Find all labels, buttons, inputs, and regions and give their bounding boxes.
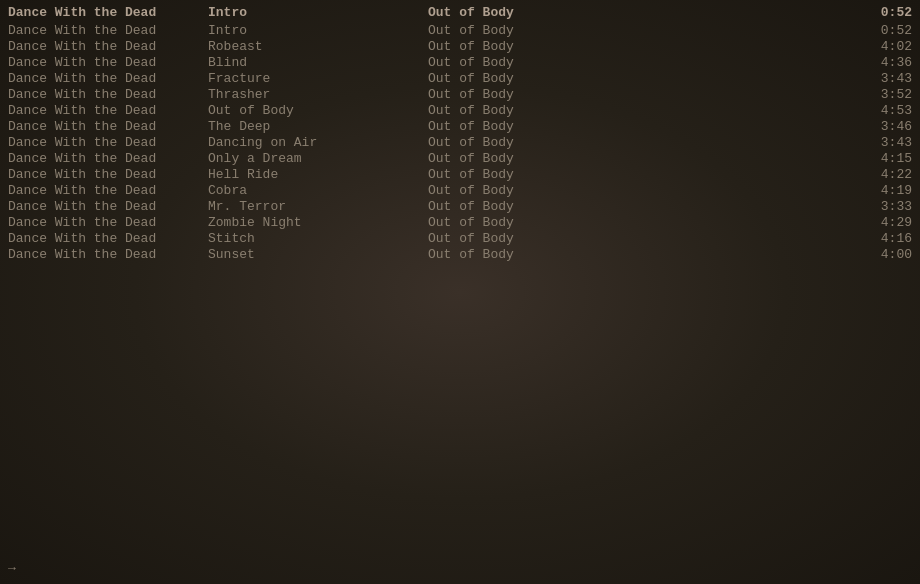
track-title: Stitch <box>208 231 428 246</box>
track-album: Out of Body <box>428 167 852 182</box>
track-title: Out of Body <box>208 103 428 118</box>
track-album: Out of Body <box>428 23 852 38</box>
track-artist: Dance With the Dead <box>8 71 208 86</box>
track-row[interactable]: Dance With the DeadThrasherOut of Body3:… <box>0 86 920 102</box>
track-duration: 0:52 <box>852 23 912 38</box>
track-duration: 4:02 <box>852 39 912 54</box>
track-album: Out of Body <box>428 39 852 54</box>
track-album: Out of Body <box>428 215 852 230</box>
track-duration: 4:15 <box>852 151 912 166</box>
track-duration: 4:36 <box>852 55 912 70</box>
track-artist: Dance With the Dead <box>8 215 208 230</box>
track-title: Intro <box>208 23 428 38</box>
track-title: Cobra <box>208 183 428 198</box>
track-album: Out of Body <box>428 71 852 86</box>
track-title: Mr. Terror <box>208 199 428 214</box>
track-title: Only a Dream <box>208 151 428 166</box>
header-artist: Dance With the Dead <box>8 5 208 20</box>
header-album: Out of Body <box>428 5 852 20</box>
track-list: Dance With the Dead Intro Out of Body 0:… <box>0 0 920 266</box>
track-title: The Deep <box>208 119 428 134</box>
track-row[interactable]: Dance With the DeadSunsetOut of Body4:00 <box>0 246 920 262</box>
track-artist: Dance With the Dead <box>8 55 208 70</box>
track-duration: 3:43 <box>852 135 912 150</box>
track-row[interactable]: Dance With the DeadHell RideOut of Body4… <box>0 166 920 182</box>
track-title: Dancing on Air <box>208 135 428 150</box>
track-artist: Dance With the Dead <box>8 151 208 166</box>
track-album: Out of Body <box>428 119 852 134</box>
track-duration: 4:29 <box>852 215 912 230</box>
track-artist: Dance With the Dead <box>8 39 208 54</box>
track-title: Zombie Night <box>208 215 428 230</box>
track-duration: 4:53 <box>852 103 912 118</box>
track-row[interactable]: Dance With the DeadRobeastOut of Body4:0… <box>0 38 920 54</box>
track-album: Out of Body <box>428 87 852 102</box>
track-row[interactable]: Dance With the DeadFractureOut of Body3:… <box>0 70 920 86</box>
arrow-indicator: → <box>8 561 16 576</box>
track-album: Out of Body <box>428 151 852 166</box>
track-list-header: Dance With the Dead Intro Out of Body 0:… <box>0 4 920 20</box>
track-artist: Dance With the Dead <box>8 247 208 262</box>
track-artist: Dance With the Dead <box>8 199 208 214</box>
header-title: Intro <box>208 5 428 20</box>
track-artist: Dance With the Dead <box>8 119 208 134</box>
track-duration: 3:52 <box>852 87 912 102</box>
track-row[interactable]: Dance With the DeadDancing on AirOut of … <box>0 134 920 150</box>
track-row[interactable]: Dance With the DeadOnly a DreamOut of Bo… <box>0 150 920 166</box>
track-duration: 4:00 <box>852 247 912 262</box>
track-artist: Dance With the Dead <box>8 183 208 198</box>
track-row[interactable]: Dance With the DeadIntroOut of Body0:52 <box>0 22 920 38</box>
track-album: Out of Body <box>428 199 852 214</box>
track-artist: Dance With the Dead <box>8 103 208 118</box>
track-row[interactable]: Dance With the DeadCobraOut of Body4:19 <box>0 182 920 198</box>
track-title: Blind <box>208 55 428 70</box>
track-duration: 4:22 <box>852 167 912 182</box>
track-title: Hell Ride <box>208 167 428 182</box>
track-row[interactable]: Dance With the DeadThe DeepOut of Body3:… <box>0 118 920 134</box>
track-album: Out of Body <box>428 247 852 262</box>
track-row[interactable]: Dance With the DeadMr. TerrorOut of Body… <box>0 198 920 214</box>
track-album: Out of Body <box>428 103 852 118</box>
track-row[interactable]: Dance With the DeadStitchOut of Body4:16 <box>0 230 920 246</box>
track-artist: Dance With the Dead <box>8 135 208 150</box>
track-artist: Dance With the Dead <box>8 87 208 102</box>
track-duration: 4:19 <box>852 183 912 198</box>
track-row[interactable]: Dance With the DeadBlindOut of Body4:36 <box>0 54 920 70</box>
track-title: Thrasher <box>208 87 428 102</box>
track-artist: Dance With the Dead <box>8 231 208 246</box>
track-duration: 3:46 <box>852 119 912 134</box>
track-album: Out of Body <box>428 135 852 150</box>
track-artist: Dance With the Dead <box>8 23 208 38</box>
track-title: Fracture <box>208 71 428 86</box>
track-duration: 3:43 <box>852 71 912 86</box>
track-row[interactable]: Dance With the DeadZombie NightOut of Bo… <box>0 214 920 230</box>
track-duration: 4:16 <box>852 231 912 246</box>
track-album: Out of Body <box>428 55 852 70</box>
track-album: Out of Body <box>428 231 852 246</box>
track-row[interactable]: Dance With the DeadOut of BodyOut of Bod… <box>0 102 920 118</box>
track-title: Sunset <box>208 247 428 262</box>
track-duration: 3:33 <box>852 199 912 214</box>
header-duration: 0:52 <box>852 5 912 20</box>
track-artist: Dance With the Dead <box>8 167 208 182</box>
track-title: Robeast <box>208 39 428 54</box>
track-album: Out of Body <box>428 183 852 198</box>
